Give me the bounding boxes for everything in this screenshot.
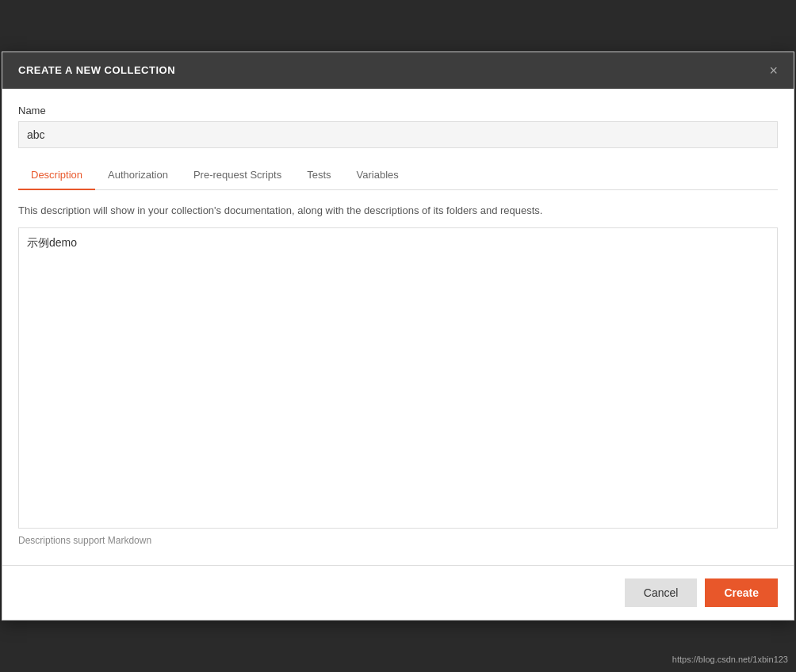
watermark: https://blog.csdn.net/1xbin123 bbox=[672, 655, 788, 664]
cancel-button[interactable]: Cancel bbox=[625, 578, 698, 607]
tabs-container: Description Authorization Pre-request Sc… bbox=[18, 161, 778, 190]
modal-body: Name Description Authorization Pre-reque… bbox=[2, 89, 794, 566]
modal-header: CREATE A NEW COLLECTION × bbox=[2, 52, 794, 89]
name-input[interactable] bbox=[18, 121, 778, 148]
modal-title: CREATE A NEW COLLECTION bbox=[18, 64, 175, 76]
markdown-hint: Descriptions support Markdown bbox=[18, 529, 778, 552]
create-button[interactable]: Create bbox=[705, 578, 778, 607]
modal-overlay: CREATE A NEW COLLECTION × Name Descripti… bbox=[0, 0, 796, 672]
description-textarea[interactable]: 示例demo bbox=[18, 227, 778, 529]
modal-dialog: CREATE A NEW COLLECTION × Name Descripti… bbox=[2, 52, 794, 621]
close-button[interactable]: × bbox=[769, 63, 778, 78]
modal-footer: Cancel Create bbox=[2, 565, 794, 620]
tab-description[interactable]: Description bbox=[18, 161, 95, 190]
tab-pre-request-scripts[interactable]: Pre-request Scripts bbox=[181, 161, 294, 190]
description-hint: This description will show in your colle… bbox=[18, 203, 778, 219]
tab-variables[interactable]: Variables bbox=[344, 161, 411, 190]
tab-content-description: This description will show in your colle… bbox=[18, 190, 778, 566]
tab-tests[interactable]: Tests bbox=[294, 161, 343, 190]
name-label: Name bbox=[18, 105, 778, 116]
tab-authorization[interactable]: Authorization bbox=[95, 161, 181, 190]
